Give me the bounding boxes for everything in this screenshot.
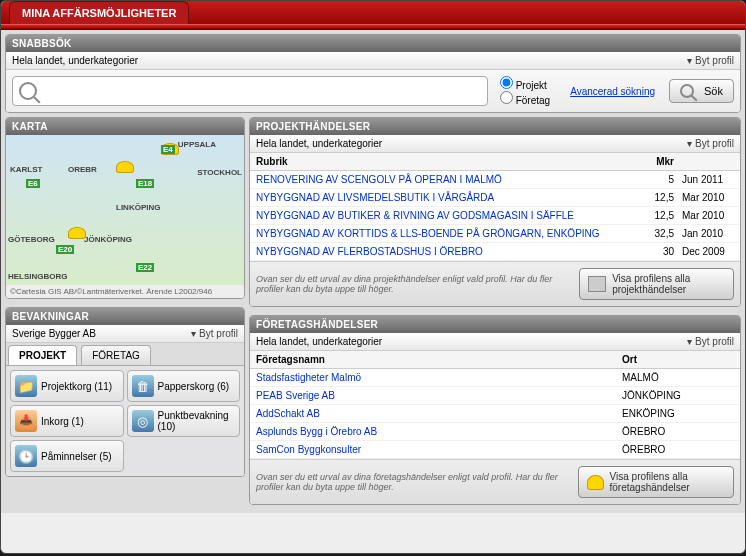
- tab-foretag[interactable]: FÖRETAG: [81, 345, 151, 365]
- quicksearch-panel: SNABBSÖK Hela landet, underkategorier By…: [5, 34, 741, 113]
- table-row: NYBYGGNAD AV BUTIKER & RIVNING AV GODSMA…: [250, 207, 740, 225]
- watchlist-item[interactable]: 🗑Papperskorg (6): [127, 370, 241, 402]
- table-row: AddSchakt ABENKÖPING: [250, 405, 740, 423]
- table-row: RENOVERING AV SCENGOLV PÅ OPERAN I MALMÖ…: [250, 171, 740, 189]
- search-type-radios: Projekt Företag: [494, 76, 556, 106]
- show-all-project-events-button[interactable]: Visa profilens alla projekthändelser: [579, 268, 734, 300]
- watchlist-item[interactable]: 🕒Påminnelser (5): [10, 440, 124, 472]
- search-button[interactable]: Sök: [669, 79, 734, 103]
- company-events-profile-text: Hela landet, underkategorier: [256, 336, 382, 347]
- company-link[interactable]: SamCon Byggkonsulter: [256, 444, 361, 455]
- map-credit: ©Cartesia GIS AB/©Lantmäteriverket. Ären…: [6, 285, 244, 298]
- company-link[interactable]: PEAB Sverige AB: [256, 390, 335, 401]
- watchlist-item[interactable]: 📁Projektkorg (11): [10, 370, 124, 402]
- watchlist-panel: BEVAKNINGAR Sverige Bygger AB Byt profil…: [5, 307, 245, 477]
- project-link[interactable]: NYBYGGNAD AV BUTIKER & RIVNING AV GODSMA…: [256, 210, 574, 221]
- col-ort: Ort: [614, 354, 734, 365]
- company-events-panel: FÖRETAGSHÄNDELSER Hela landet, underkate…: [249, 315, 741, 505]
- company-link[interactable]: Stadsfastigheter Malmö: [256, 372, 361, 383]
- search-input-wrapper[interactable]: [12, 76, 488, 106]
- company-link[interactable]: Asplunds Bygg i Örebro AB: [256, 426, 377, 437]
- trash-icon: 🗑: [132, 375, 154, 397]
- helmet-icon: [116, 161, 134, 173]
- project-link[interactable]: RENOVERING AV SCENGOLV PÅ OPERAN I MALMÖ: [256, 174, 502, 185]
- col-foretagsnamn: Företagsnamn: [256, 354, 614, 365]
- helmet-icon: [587, 475, 603, 490]
- project-events-profile-text: Hela landet, underkategorier: [256, 138, 382, 149]
- barrier-icon: [588, 276, 606, 292]
- radio-foretag[interactable]: [500, 91, 513, 104]
- clock-icon: 🕒: [15, 445, 37, 467]
- watchlist-profile-text: Sverige Bygger AB: [12, 328, 96, 339]
- project-link[interactable]: NYBYGGNAD AV FLERBOSTADSHUS I ÖREBRO: [256, 246, 483, 257]
- company-events-footer-text: Ovan ser du ett urval av dina företagshä…: [256, 472, 578, 492]
- show-all-company-events-button[interactable]: Visa profilens alla företagshändelser: [578, 466, 734, 498]
- table-row: NYBYGGNAD AV LIVSMEDELSBUTIK I VÅRGÅRDA1…: [250, 189, 740, 207]
- change-profile-link[interactable]: Byt profil: [687, 55, 734, 66]
- tab-projekt[interactable]: PROJEKT: [8, 345, 77, 365]
- project-events-panel: PROJEKTHÄNDELSER Hela landet, underkateg…: [249, 117, 741, 307]
- project-events-title: PROJEKTHÄNDELSER: [250, 118, 740, 135]
- project-events-footer-text: Ovan ser du ett urval av dina projekthän…: [256, 274, 579, 294]
- radio-projekt[interactable]: [500, 76, 513, 89]
- table-row: NYBYGGNAD AV KORTTIDS & LLS-BOENDE PÅ GR…: [250, 225, 740, 243]
- main-tab[interactable]: MINA AFFÄRSMÖJLIGHETER: [9, 1, 189, 24]
- search-icon: [680, 84, 694, 98]
- change-profile-link[interactable]: Byt profil: [191, 328, 238, 339]
- map-canvas[interactable]: UPPSALA KARLST OREBR STOCKHOL LINKÖPING …: [6, 135, 244, 285]
- company-events-title: FÖRETAGSHÄNDELSER: [250, 316, 740, 333]
- project-link[interactable]: NYBYGGNAD AV LIVSMEDELSBUTIK I VÅRGÅRDA: [256, 192, 494, 203]
- table-row: SamCon ByggkonsulterÖREBRO: [250, 441, 740, 459]
- table-row: PEAB Sverige ABJÖNKÖPING: [250, 387, 740, 405]
- quicksearch-title: SNABBSÖK: [6, 35, 740, 52]
- col-rubrik: Rubrik: [256, 156, 634, 167]
- helmet-icon: [68, 227, 86, 239]
- company-link[interactable]: AddSchakt AB: [256, 408, 320, 419]
- table-row: NYBYGGNAD AV FLERBOSTADSHUS I ÖREBRO30De…: [250, 243, 740, 261]
- quicksearch-profile-text: Hela landet, underkategorier: [12, 55, 138, 66]
- watchlist-title: BEVAKNINGAR: [6, 308, 244, 325]
- advanced-search-link[interactable]: Avancerad sökning: [570, 86, 655, 97]
- watchlist-item[interactable]: ◎Punktbevakning (10): [127, 405, 241, 437]
- target-icon: ◎: [132, 410, 154, 432]
- table-row: Stadsfastigheter MalmöMALMÖ: [250, 369, 740, 387]
- col-mkr: Mkr: [634, 156, 674, 167]
- basket-icon: 📁: [15, 375, 37, 397]
- map-title: KARTA: [6, 118, 244, 135]
- change-profile-link[interactable]: Byt profil: [687, 336, 734, 347]
- inbox-icon: 📥: [15, 410, 37, 432]
- watchlist-item[interactable]: 📥Inkorg (1): [10, 405, 124, 437]
- search-icon: [19, 82, 37, 100]
- map-panel: KARTA UPPSALA KARLST OREBR STOCKHOL LINK…: [5, 117, 245, 299]
- table-row: Asplunds Bygg i Örebro ABÖREBRO: [250, 423, 740, 441]
- project-link[interactable]: NYBYGGNAD AV KORTTIDS & LLS-BOENDE PÅ GR…: [256, 228, 600, 239]
- change-profile-link[interactable]: Byt profil: [687, 138, 734, 149]
- search-input[interactable]: [43, 85, 481, 97]
